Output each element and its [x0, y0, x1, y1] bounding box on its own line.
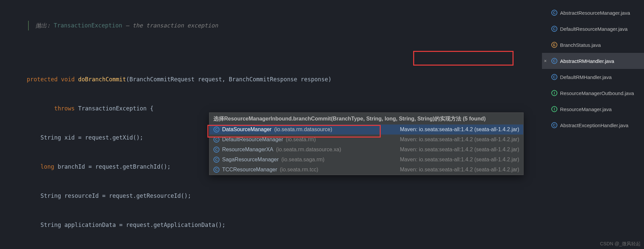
package-name: (io.seata.rm.datasource) — [274, 127, 332, 133]
class-icon: C — [551, 58, 557, 64]
file-name: DefaultResourceManager.java — [560, 26, 628, 32]
class-icon: C — [551, 122, 557, 128]
file-name: AbstractExceptionHandler.java — [560, 122, 628, 128]
package-name: (io.seata.saga.rm) — [281, 157, 325, 163]
file-tab[interactable]: EBranchStatus.java — [542, 37, 644, 53]
annotation-box — [413, 51, 514, 66]
maven-source: Maven: io.seata:seata-all:1.4.2 (seata-a… — [400, 147, 519, 153]
file-tab[interactable]: ×CAbstractRMHandler.java — [542, 53, 644, 69]
file-tab[interactable]: CAbstractResourceManager.java — [542, 5, 644, 21]
maven-source: Maven: io.seata:seata-all:1.4.2 (seata-a… — [400, 167, 519, 173]
maven-source: Maven: io.seata:seata-all:1.4.2 (seata-a… — [400, 127, 519, 133]
file-tab[interactable]: CDefaultResourceManager.java — [542, 21, 644, 37]
file-tab[interactable]: IResourceManager.java — [542, 101, 644, 117]
implementation-option[interactable]: CTCCResourceManager (io.seata.rm.tcc)Mav… — [209, 165, 523, 175]
file-name: AbstractRMHandler.java — [560, 58, 614, 64]
class-icon: C — [551, 74, 557, 80]
close-icon[interactable]: × — [544, 58, 547, 64]
maven-source: Maven: io.seata:seata-all:1.4.2 (seata-a… — [400, 157, 519, 163]
watermark: CSDN @_微风轻起 — [600, 241, 641, 247]
file-tab[interactable]: CDefaultRMHandler.java — [542, 69, 644, 85]
package-name: (io.seata.rm) — [286, 137, 316, 143]
maven-source: Maven: io.seata:seata-all:1.4.2 (seata-a… — [400, 137, 519, 143]
code-line: String applicationData = request.getAppl… — [0, 220, 413, 230]
class-icon: C — [213, 147, 219, 153]
class-icon: C — [551, 26, 557, 32]
javadoc-line: 抛出: TransactionException – the transacti… — [28, 21, 413, 30]
interface-icon: I — [551, 106, 557, 112]
file-name: BranchStatus.java — [560, 42, 601, 48]
class-name: TCCResourceManager — [222, 167, 277, 173]
code-line: protected void doBranchCommit(BranchComm… — [0, 75, 413, 84]
class-icon: C — [213, 167, 219, 173]
open-files-list: CAbstractResourceManager.javaCDefaultRes… — [542, 0, 644, 249]
implementation-option[interactable]: CSagaResourceManager (io.seata.saga.rm)M… — [209, 155, 523, 165]
file-tab[interactable]: CAbstractExceptionHandler.java — [542, 117, 644, 133]
file-tab[interactable]: IResourceManagerOutbound.java — [542, 85, 644, 101]
class-name: DefaultResourceManager — [222, 137, 283, 143]
implementations-popup[interactable]: 选择ResourceManagerInbound.branchCommit(Br… — [209, 112, 524, 175]
popup-title: 选择ResourceManagerInbound.branchCommit(Br… — [209, 113, 523, 124]
file-name: ResourceManager.java — [560, 106, 612, 112]
code-line: String resourceId = request.getResourceI… — [0, 191, 413, 201]
class-icon: C — [551, 10, 557, 16]
file-name: DefaultRMHandler.java — [560, 74, 612, 80]
class-icon: C — [213, 157, 219, 163]
implementation-option[interactable]: CDefaultResourceManager (io.seata.rm)Mav… — [209, 135, 523, 145]
package-name: (io.seata.rm.datasource.xa) — [276, 147, 341, 153]
implementation-option[interactable]: CDataSourceManager (io.seata.rm.datasour… — [209, 124, 523, 135]
class-name: SagaResourceManager — [222, 157, 279, 163]
enum-icon: E — [551, 42, 557, 48]
file-name: AbstractResourceManager.java — [560, 10, 630, 16]
implementation-option[interactable]: CResourceManagerXA (io.seata.rm.datasour… — [209, 145, 523, 155]
interface-icon: I — [551, 90, 557, 96]
class-name: ResourceManagerXA — [222, 147, 273, 153]
code-line: throws TransactionException { — [0, 104, 413, 113]
class-name: DataSourceManager — [222, 127, 272, 133]
file-name: ResourceManagerOutbound.java — [560, 90, 634, 96]
package-name: (io.seata.rm.tcc) — [280, 167, 318, 173]
class-icon: C — [213, 127, 219, 133]
class-icon: C — [213, 137, 219, 143]
